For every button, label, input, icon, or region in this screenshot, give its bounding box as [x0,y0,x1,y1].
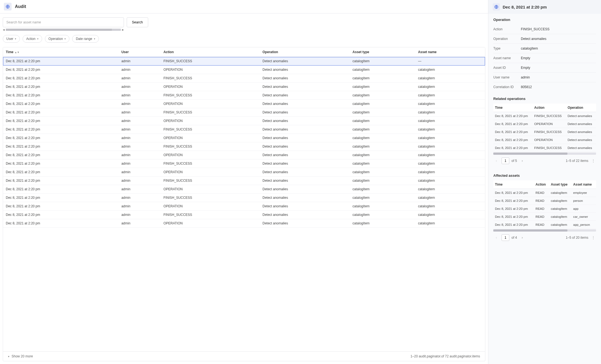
sort-icon: ▲▼ [15,51,20,54]
cell-asset-type: catalogItem [549,189,572,197]
rel-col-operation[interactable]: Operation [566,104,596,112]
side-panel-title: Dec 8, 2021 at 2:20 pm [503,5,547,9]
table-row[interactable]: Dec 8, 2021 at 2:20 pmadminFINISH_SUCCES… [3,91,485,100]
table-row[interactable]: Dec 8, 2021 at 2:20 pmadminOPERATIONDete… [3,151,485,159]
table-row[interactable]: Dec 8, 2021 at 2:20 pmadminOPERATIONDete… [3,66,485,74]
filter-user[interactable]: User▾ [3,35,20,43]
aff-col-time[interactable]: Time [493,180,534,189]
cell-time: Dec 8, 2021 at 2:20 pm [3,159,119,168]
table-row[interactable]: Dec 8, 2021 at 2:20 pmadminOPERATIONDete… [3,219,485,228]
next-page-button[interactable]: › [519,235,525,241]
cell-asset-type: catalogItem [350,91,415,100]
table-row[interactable]: Dec 8, 2021 at 2:20 pmREADcatalogItemper… [493,197,596,205]
col-action[interactable]: Action [161,47,260,57]
table-row[interactable]: Dec 8, 2021 at 2:20 pmadminOPERATIONDete… [3,100,485,108]
filter-label: Operation [48,37,63,41]
cell-operation: Detect anomalies [260,185,350,194]
next-page-button[interactable]: › [519,158,525,164]
related-scroll[interactable] [493,153,596,155]
prev-page-button[interactable]: ‹ [493,158,499,164]
cell-action: OPERATION [161,168,260,176]
cell-operation: Detect anomalies [260,151,350,159]
cell-asset-type: catalogItem [350,194,415,202]
cell-time: Dec 8, 2021 at 2:20 pm [493,221,534,229]
col-operation[interactable]: Operation [260,47,350,57]
rel-col-time[interactable]: Time [493,104,533,112]
table-row[interactable]: Dec 8, 2021 at 2:20 pmREADcatalogItemcar… [493,213,596,221]
cell-asset-type: catalogItem [350,176,415,185]
table-row[interactable]: Dec 8, 2021 at 2:20 pmadminOPERATIONDete… [3,83,485,91]
search-button[interactable]: Search [127,17,148,27]
cell-operation: Detect anomalies [566,112,596,120]
cell-user: admin [119,100,161,108]
cell-operation: Detect anomalies [260,108,350,117]
table-row[interactable]: Dec 8, 2021 at 2:20 pmadminFINISH_SUCCES… [3,108,485,117]
show-more-label: Show 20 more [12,354,33,358]
filter-action[interactable]: Action▾ [23,35,42,43]
cell-user: admin [119,202,161,211]
table-row[interactable]: Dec 8, 2021 at 2:20 pmREADcatalogItemapp… [493,221,596,229]
scroll-track[interactable] [6,29,121,31]
cell-action: FINISH_SUCCESS [161,176,260,185]
table-row[interactable]: Dec 8, 2021 at 2:20 pmadminOPERATIONDete… [3,134,485,142]
table-row[interactable]: Dec 8, 2021 at 2:20 pmFINISH_SUCCESSDete… [493,112,596,120]
filter-date-range[interactable]: Date range▾ [72,35,99,43]
cell-operation: Detect anomalies [260,142,350,151]
show-more-button[interactable]: ▾ Show 20 more [8,354,33,358]
table-row[interactable]: Dec 8, 2021 at 2:20 pmadminOPERATIONDete… [3,117,485,125]
table-row[interactable]: Dec 8, 2021 at 2:20 pmadminOPERATIONDete… [3,168,485,176]
pagination-summary: 1–20 audit.paginator.of 72 audit.paginat… [410,354,480,358]
table-row[interactable]: Dec 8, 2021 at 2:20 pmadminFINISH_SUCCES… [3,142,485,151]
cell-asset-type: catalogItem [350,108,415,117]
cell-asset-type: catalogItem [350,74,415,83]
cell-asset-name: catalogitem [415,100,485,108]
kv-row: TypecatalogItem [493,44,596,53]
kv-value: Detect anomalies [521,37,596,41]
table-row[interactable]: Dec 8, 2021 at 2:20 pmFINISH_SUCCESSDete… [493,128,596,136]
table-row[interactable]: Dec 8, 2021 at 2:20 pmREADcatalogItemapp [493,205,596,213]
table-row[interactable]: Dec 8, 2021 at 2:20 pmFINISH_SUCCESSDete… [493,144,596,152]
kebab-icon[interactable]: ⋮ [591,159,596,163]
table-row[interactable]: Dec 8, 2021 at 2:20 pmadminFINISH_SUCCES… [3,176,485,185]
cell-time: Dec 8, 2021 at 2:20 pm [3,74,119,83]
table-row[interactable]: Dec 8, 2021 at 2:20 pmadminFINISH_SUCCES… [3,57,485,66]
table-row[interactable]: Dec 8, 2021 at 2:20 pmadminFINISH_SUCCES… [3,194,485,202]
page-input[interactable] [502,157,509,164]
table-row[interactable]: Dec 8, 2021 at 2:20 pmadminOPERATIONDete… [3,185,485,194]
side-panel-header: Dec 8, 2021 at 2:20 pm [488,0,601,14]
cell-time: Dec 8, 2021 at 2:20 pm [493,112,533,120]
table-row[interactable]: Dec 8, 2021 at 2:20 pmadminOPERATIONDete… [3,202,485,211]
col-asset-name[interactable]: Asset name [415,47,485,57]
rel-col-action[interactable]: Action [533,104,566,112]
cell-time: Dec 8, 2021 at 2:20 pm [3,66,119,74]
cell-action: FINISH_SUCCESS [161,108,260,117]
table-row[interactable]: Dec 8, 2021 at 2:20 pmadminFINISH_SUCCES… [3,211,485,219]
cell-asset-name: catalogitem [415,91,485,100]
cell-operation: Detect anomalies [260,83,350,91]
table-row[interactable]: Dec 8, 2021 at 2:20 pmREADcatalogItememp… [493,189,596,197]
cell-action: READ [534,221,549,229]
col-asset-type[interactable]: Asset type [350,47,415,57]
table-row[interactable]: Dec 8, 2021 at 2:20 pmadminFINISH_SUCCES… [3,159,485,168]
aff-col-asset-name[interactable]: Asset name [572,180,596,189]
table-row[interactable]: Dec 8, 2021 at 2:20 pmadminFINISH_SUCCES… [3,74,485,83]
cell-time: Dec 8, 2021 at 2:20 pm [3,57,119,66]
affected-scroll[interactable] [493,229,596,232]
cell-operation: Detect anomalies [260,66,350,74]
cell-asset-name: catalogitem [415,108,485,117]
cell-operation: Detect anomalies [260,125,350,134]
col-user[interactable]: User [119,47,161,57]
table-row[interactable]: Dec 8, 2021 at 2:20 pmOPERATIONDetect an… [493,136,596,144]
table-row[interactable]: Dec 8, 2021 at 2:20 pmadminFINISH_SUCCES… [3,125,485,134]
col-time[interactable]: Time▲▼ [3,47,119,57]
filter-operation[interactable]: Operation▾ [45,35,70,43]
kebab-icon[interactable]: ⋮ [591,236,596,240]
aff-col-asset-type[interactable]: Asset type [549,180,572,189]
table-row[interactable]: Dec 8, 2021 at 2:20 pmOPERATIONDetect an… [493,120,596,128]
page-input[interactable] [502,234,509,241]
aff-col-action[interactable]: Action [534,180,549,189]
cell-asset-name: — [415,57,485,66]
prev-page-button[interactable]: ‹ [493,235,499,241]
search-input[interactable] [3,17,124,27]
cell-time: Dec 8, 2021 at 2:20 pm [493,197,534,205]
